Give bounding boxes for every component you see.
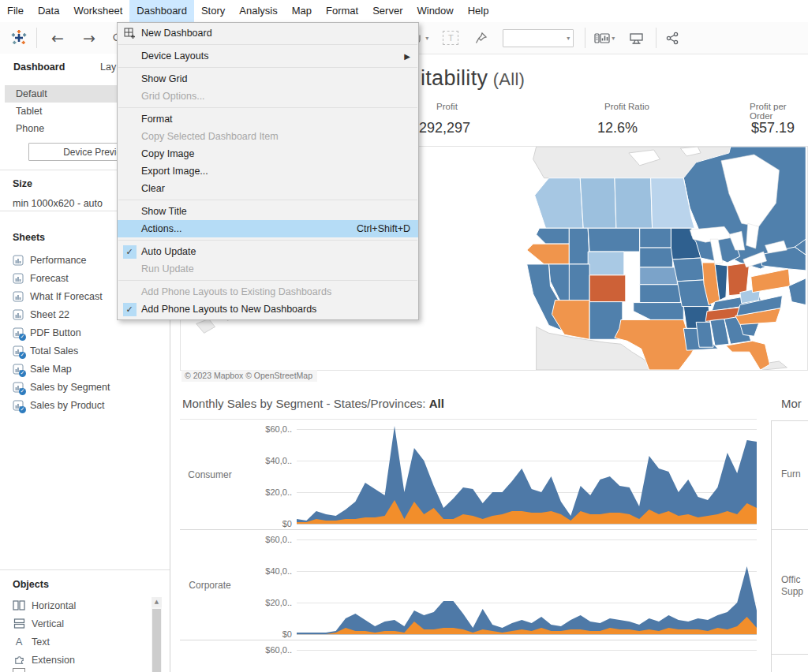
menu-item-device-layouts[interactable]: Device Layouts▶: [118, 47, 418, 65]
menu-item-add-phone-layouts-to-new-dashboards[interactable]: ✓Add Phone Layouts to New Dashboards: [118, 301, 418, 318]
map-region-ok[interactable]: [634, 303, 684, 320]
divider: [0, 569, 170, 570]
area-series-blue[interactable]: [297, 426, 757, 524]
map-region-bc[interactable]: [535, 178, 584, 229]
presentation-mode-button[interactable]: [625, 26, 648, 50]
map-region-or[interactable]: [527, 244, 570, 264]
menubar-item-map[interactable]: Map: [285, 0, 319, 22]
fit-selector[interactable]: ▾: [503, 29, 574, 47]
menu-item-export-image[interactable]: Export Image...: [118, 162, 418, 180]
menubar-item-worksheet[interactable]: Worksheet: [66, 0, 129, 22]
menubar-item-story[interactable]: Story: [194, 0, 232, 22]
map-region-az[interactable]: [552, 301, 589, 340]
tab-dashboard[interactable]: Dashboard: [13, 58, 65, 76]
map-region-wa[interactable]: [537, 228, 570, 244]
menubar-item-server[interactable]: Server: [365, 0, 410, 22]
show-me-button[interactable]: ▾: [590, 26, 619, 50]
map-region-wy[interactable]: [588, 252, 624, 275]
menu-item-label: Grid Options...: [141, 91, 205, 102]
redo-button[interactable]: →: [73, 26, 105, 50]
panel-divider: [771, 420, 772, 672]
in-dashboard-check-badge: ✓: [19, 334, 26, 341]
dashboard-title-filter: (All): [488, 69, 525, 89]
sheet-item-pdf-button[interactable]: ✓PDF Button: [0, 323, 158, 342]
worksheet-icon: [13, 273, 24, 284]
menu-item-actions[interactable]: Actions...Ctrl+Shift+D: [118, 220, 418, 237]
sheet-item-label: Total Sales: [30, 345, 78, 357]
sheet-item-sale-map[interactable]: ✓Sale Map: [0, 360, 158, 378]
object-item-horizontal[interactable]: Horizontal: [0, 596, 158, 614]
tab-layout[interactable]: Lay: [100, 58, 116, 76]
sheet-item-total-sales[interactable]: ✓Total Sales: [0, 342, 158, 360]
menu-item-show-grid[interactable]: Show Grid: [118, 70, 418, 88]
menu-item-copy-selected-dashboard-item: Copy Selected Dashboard Item: [118, 128, 418, 145]
y-axis-tick: $60,0..: [265, 645, 292, 655]
menu-item-copy-image[interactable]: Copy Image: [118, 145, 418, 162]
menu-gutter: [118, 145, 141, 162]
menubar-item-dashboard[interactable]: Dashboard: [129, 0, 194, 22]
menu-item-clear[interactable]: Clear: [118, 180, 418, 197]
object-item-vertical[interactable]: Vertical: [0, 614, 158, 633]
map-region-fl[interactable]: [726, 341, 770, 370]
objects-list: HorizontalVerticalATextExtension: [0, 596, 158, 669]
map-region-mt[interactable]: [588, 228, 640, 252]
menubar-item-data[interactable]: Data: [31, 0, 66, 22]
product-row-label-furniture: Furn: [781, 469, 808, 480]
menubar-item-file[interactable]: File: [0, 0, 31, 22]
menubar-item-window[interactable]: Window: [410, 0, 460, 22]
scrollbar-thumb[interactable]: [152, 609, 161, 672]
toolbar-separator: [585, 28, 585, 48]
menu-item-show-title[interactable]: Show Title: [118, 203, 418, 220]
share-button[interactable]: [661, 26, 683, 50]
map-region-co[interactable]: [589, 275, 626, 302]
objects-scrollbar[interactable]: ▲: [152, 597, 162, 672]
caret-down-icon: ▾: [567, 35, 570, 42]
menu-item-label: Run Update: [141, 263, 194, 274]
menu-item-auto-update[interactable]: ✓Auto Update: [118, 243, 418, 260]
map-region-ms[interactable]: [696, 322, 713, 347]
y-axis-tick: $20,0..: [265, 487, 292, 497]
map-region-ne[interactable]: [640, 267, 678, 285]
tableau-logo-icon[interactable]: [6, 26, 32, 50]
map-region-sd[interactable]: [640, 248, 673, 267]
worksheet-icon: ✓: [13, 382, 24, 393]
map-region-ab[interactable]: [580, 178, 616, 229]
undo-button[interactable]: ←: [42, 26, 73, 50]
menu-gutter: [118, 110, 141, 128]
in-dashboard-check-badge: ✓: [19, 388, 26, 395]
area-plot[interactable]: [297, 640, 757, 672]
pin-button[interactable]: [470, 26, 492, 50]
map-region-id[interactable]: [569, 228, 589, 264]
menu-item-label: Export Image...: [141, 166, 208, 177]
map-region-ks[interactable]: [640, 285, 681, 303]
scrollbar-up-arrow-icon[interactable]: ▲: [152, 597, 162, 607]
map-region-mid_atl[interactable]: [788, 278, 806, 305]
object-item-text[interactable]: AText: [0, 633, 158, 651]
kpi-label-0: Profit: [436, 102, 458, 111]
area-plot[interactable]: [297, 530, 757, 640]
map-region-ia[interactable]: [672, 258, 705, 282]
worksheet-icon: [13, 255, 24, 266]
area-plot[interactable]: [297, 420, 757, 529]
menu-item-format[interactable]: Format: [118, 110, 418, 128]
map-region-nd[interactable]: [640, 228, 671, 248]
map-region-pa[interactable]: [751, 269, 791, 293]
sheet-item-sales-by-product[interactable]: ✓Sales by Product: [0, 396, 158, 414]
kpi-label-1: Profit Ratio: [604, 102, 649, 111]
menubar-item-help[interactable]: Help: [461, 0, 496, 22]
object-item-extension[interactable]: Extension: [0, 651, 158, 669]
map-region-sk[interactable]: [615, 178, 653, 229]
segment-chart[interactable]: Consumer$60,0..$40,0..$20,0..$0Corporate…: [180, 419, 757, 672]
kpi-value-1: 12.6%: [597, 120, 638, 136]
product-chart-title: Mor: [781, 397, 802, 410]
menubar-item-format[interactable]: Format: [319, 0, 365, 22]
menu-item-label: Auto Update: [141, 246, 196, 257]
menubar-item-analysis[interactable]: Analysis: [232, 0, 284, 22]
size-value-dropdown[interactable]: min 1000x620 - auto: [13, 198, 103, 209]
menu-item-new-dashboard[interactable]: New Dashboard: [118, 24, 418, 42]
sheet-item-sales-by-segment[interactable]: ✓Sales by Segment: [0, 378, 158, 396]
sheet-item-label: PDF Button: [30, 327, 81, 338]
product-row-label-office-supplies: Offic Supp: [781, 574, 808, 598]
check-icon: ✓: [118, 243, 141, 260]
area-series-blue[interactable]: [297, 566, 757, 634]
